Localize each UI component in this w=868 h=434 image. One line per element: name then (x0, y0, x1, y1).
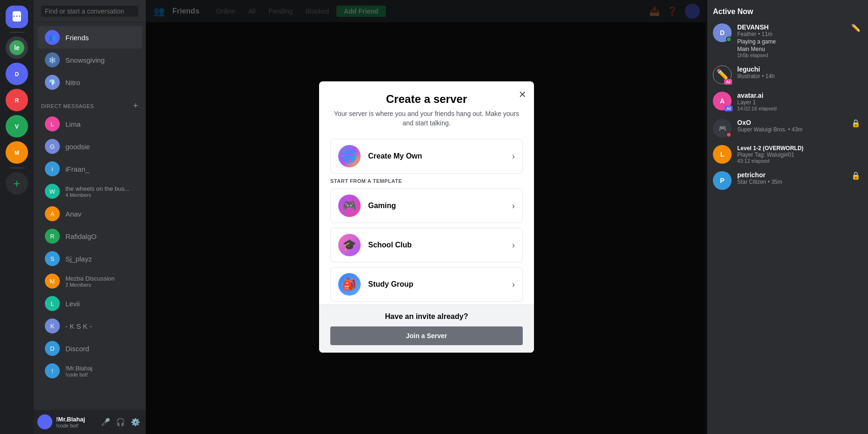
gaming-chevron: › (512, 201, 515, 211)
dm-label-goodsie: goodsie (65, 143, 90, 151)
template-section-label: START FROM A TEMPLATE (330, 178, 523, 184)
dm-avatar-mezba: M (45, 274, 60, 289)
user-tag: !code bot! (56, 423, 95, 428)
dm-avatar-goodsie: G (45, 139, 60, 154)
active-user-name-avatarai: avatar.ai (737, 92, 861, 99)
server-icon-3[interactable]: R (6, 89, 28, 111)
active-user-elapsed-devansh: 1h5b elapsed (737, 52, 846, 58)
active-user-activity-devansh: Playing a game (737, 38, 846, 45)
svg-text:V: V (15, 123, 19, 130)
modal-subtitle: Your server is where you and your friend… (330, 109, 523, 128)
settings-button[interactable]: ⚙️ (129, 415, 142, 428)
server-icon-4[interactable]: V (6, 115, 28, 137)
dm-avatar-ksk: K (45, 318, 60, 333)
search-input[interactable] (41, 6, 138, 17)
dm-item-goodsie[interactable]: G goodsie (37, 135, 142, 158)
lock-icon-petrichor: 🔒 (851, 171, 861, 180)
active-user-oxo: 🎮 OxO Super Waluigi Bros. • 43m 🔒 (713, 119, 861, 137)
dm-item-lima[interactable]: L Lima (37, 113, 142, 135)
create-my-own-chevron: › (512, 152, 515, 161)
add-server-button[interactable]: + (6, 172, 28, 195)
dm-item-discord[interactable]: D Discord (37, 337, 142, 360)
active-avatar-oxo: 🎮 (713, 119, 732, 137)
active-user-name-petrichor: petrichor (737, 171, 846, 179)
active-user-sub-oxo: Super Waluigi Bros. • 43m (737, 126, 846, 133)
dm-item-rafidaldo[interactable]: R RafidalgO (37, 225, 142, 247)
active-user-info-oxo: OxO Super Waluigi Bros. • 43m (737, 119, 846, 133)
nav-item-nitro[interactable]: 💎 Nitro (37, 71, 142, 94)
modal-overlay: ✕ Create a server Your server is where y… (146, 0, 707, 434)
edit-button-devansh[interactable]: ✏️ (851, 23, 861, 32)
dm-item-ifraan[interactable]: i iFraan_ (37, 158, 142, 180)
join-server-button[interactable]: Join a Server (330, 326, 523, 345)
active-avatar-petrichor: P (713, 171, 732, 190)
search-bar (34, 0, 146, 22)
lock-icon-oxo: 🔒 (851, 119, 861, 128)
active-user-devansh: D DEVANSH Feather • 11m Playing a game M… (713, 23, 861, 58)
option-school-club[interactable]: 🎓 School Club › (330, 228, 523, 262)
active-user-name-level12: Level 1-2 (OVERWORLD) (737, 145, 861, 152)
study-group-icon: 🎒 (338, 273, 361, 296)
active-avatar-leguchi: ✏️ AI (713, 65, 732, 84)
active-user-sub-level12: Player Tag: Waluigi#01 (737, 152, 861, 158)
create-server-modal: ✕ Create a server Your server is where y… (319, 81, 534, 353)
nav-item-friends[interactable]: 👥 Friends (37, 26, 142, 49)
dm-label-levii: Levii (65, 300, 80, 308)
active-avatar-avatarai: A AI (713, 92, 732, 110)
headphone-button[interactable]: 🎧 (114, 415, 127, 428)
user-name: !Mr.Blahaj (56, 416, 95, 423)
dm-avatar-ifraan: i (45, 161, 60, 176)
channel-list: 👥 Friends ❄️ Snowsgiving 💎 Nitro DIRECT … (34, 22, 146, 410)
dm-item-levii[interactable]: L Levii (37, 292, 142, 315)
dm-item-anav[interactable]: A Anav (37, 203, 142, 225)
server-icon-1[interactable]: le (6, 36, 28, 59)
school-club-icon: 🎓 (338, 234, 361, 256)
ai-badge-leguchi: AI (724, 79, 732, 85)
server-icon-2[interactable]: D (6, 63, 28, 85)
active-user-level12: L Level 1-2 (OVERWORLD) Player Tag: Walu… (713, 145, 861, 164)
add-dm-button[interactable]: + (133, 101, 138, 111)
dm-item-ksk[interactable]: K - K S K - (37, 315, 142, 337)
nav-item-snowsgiving[interactable]: ❄️ Snowsgiving (37, 49, 142, 71)
svg-text:D: D (15, 71, 19, 78)
option-gaming[interactable]: 🎮 Gaming › (330, 188, 523, 223)
option-create-my-own[interactable]: 🌐 Create My Own › (330, 139, 523, 174)
user-bar: !Mr.Blahaj !code bot! 🎤 🎧 ⚙️ (34, 410, 146, 434)
snowsgiving-icon: ❄️ (45, 52, 60, 67)
server-divider (9, 32, 24, 33)
nav-item-snowsgiving-label: Snowsgiving (65, 56, 105, 64)
modal-close-button[interactable]: ✕ (519, 89, 526, 100)
option-study-group[interactable]: 🎒 Study Group › (330, 267, 523, 302)
microphone-button[interactable]: 🎤 (99, 415, 112, 428)
dm-item-sjplayz[interactable]: S Sj_playz (37, 247, 142, 270)
active-user-info-avatarai: avatar.ai Layer 1 14:02:16 elapsed (737, 92, 861, 111)
dm-item-wheels[interactable]: W the wheels on the bus... 4 Members (37, 180, 142, 203)
dm-label-ksk: - K S K - (65, 322, 92, 330)
active-user-info-devansh: DEVANSH Feather • 11m Playing a game Mai… (737, 23, 846, 58)
dm-label-discord: Discord (65, 345, 89, 353)
dm-item-mezba[interactable]: M Mezba Discussion 2 Members (37, 270, 142, 292)
active-user-sub-devansh: Feather • 11m (737, 31, 846, 37)
dm-label-mezba: Mezba Discussion (65, 275, 115, 282)
dm-label-mrblahaj: !Mr.Blahaj (65, 365, 92, 372)
footer-question: Have an invite already? (330, 312, 523, 321)
active-user-name-leguchi: leguchi (737, 65, 861, 73)
user-avatar (37, 414, 52, 429)
active-user-leguchi: ✏️ AI leguchi Illustrator • 14h (713, 65, 861, 84)
active-user-name-oxo: OxO (737, 119, 846, 126)
dm-section-label: DIRECT MESSAGES (41, 103, 94, 109)
server-icon-5[interactable]: M (6, 141, 28, 164)
discord-home-button[interactable] (6, 6, 28, 28)
dm-item-mrblahaj[interactable]: ! !Mr.Blahaj !code bot! (37, 360, 142, 382)
active-user-info-level12: Level 1-2 (OVERWORLD) Player Tag: Waluig… (737, 145, 861, 164)
dm-label-rafidaldo: RafidalgO (65, 232, 97, 240)
channel-sidebar: 👥 Friends ❄️ Snowsgiving 💎 Nitro DIRECT … (34, 0, 146, 434)
dm-avatar-levii: L (45, 296, 60, 311)
user-controls: 🎤 🎧 ⚙️ (99, 415, 142, 428)
svg-text:M: M (14, 150, 19, 156)
svg-text:le: le (14, 44, 20, 51)
user-info: !Mr.Blahaj !code bot! (56, 416, 95, 428)
dm-label-ifraan: iFraan_ (65, 165, 89, 173)
modal-header: Create a server Your server is where you… (319, 81, 534, 131)
dm-label-anav: Anav (65, 210, 81, 218)
